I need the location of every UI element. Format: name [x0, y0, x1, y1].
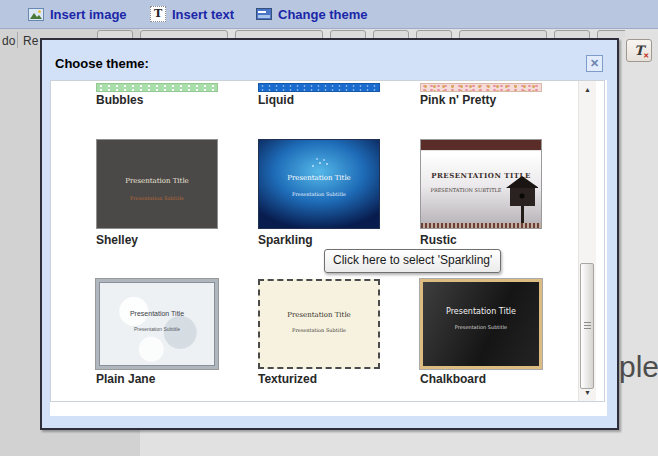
toolbar-button[interactable]	[97, 30, 133, 38]
toolbar-button[interactable]	[416, 30, 452, 38]
theme-thumbnail-rustic[interactable]: PRESENTATION TITLE PRESENTATION SUBTITLE	[420, 139, 542, 229]
theme-label-texturized: Texturized	[258, 372, 317, 386]
clear-formatting-button[interactable]: T ✕	[626, 39, 652, 62]
close-icon: ✕	[590, 57, 599, 69]
toolbar-button[interactable]	[235, 30, 323, 38]
choose-theme-dialog: Choose theme: ✕ Bubbles Liquid Pink n' P…	[40, 38, 619, 430]
scroll-up-icon[interactable]: ▲	[579, 86, 596, 93]
toolbar-button[interactable]	[459, 30, 547, 38]
theme-label-plain-jane: Plain Jane	[96, 372, 155, 386]
theme-label-pink-n-pretty: Pink n' Pretty	[420, 93, 496, 107]
theme-label-sparkling: Sparkling	[258, 233, 313, 247]
text-icon: T	[150, 6, 166, 22]
theme-thumbnail-plain-jane[interactable]: Presentation Title Presentation Subtitle	[96, 279, 218, 369]
top-toolbar: Insert image T Insert text Change theme	[0, 0, 658, 29]
change-theme-label: Change theme	[278, 7, 368, 22]
theme-thumbnail-shelley[interactable]: Presentation Title Presentation Subtitle	[96, 139, 218, 229]
thumb-subtitle: Presentation Subtitle	[99, 326, 215, 332]
background-page-text: pler	[619, 350, 658, 384]
thumb-title: Presentation Title	[260, 311, 378, 319]
birdhouse-icon	[498, 172, 538, 224]
theme-label-rustic: Rustic	[420, 233, 457, 247]
thumb-title: Presentation Title	[423, 308, 539, 316]
dialog-content-panel: Bubbles Liquid Pink n' Pretty Presentati…	[50, 80, 607, 416]
thumb-title: Presentation Title	[259, 174, 379, 182]
undo-button-fragment[interactable]: do	[2, 34, 15, 48]
theme-thumbnail-sparkling[interactable]: Presentation Title Presentation Subtitle	[258, 139, 380, 229]
insert-text-label: Insert text	[172, 7, 234, 22]
toolbar-button[interactable]	[140, 30, 228, 38]
close-button[interactable]: ✕	[586, 55, 603, 72]
theme-label-shelley: Shelley	[96, 233, 138, 247]
scrollbar-thumb[interactable]	[580, 263, 594, 389]
thumb-title: Presentation Title	[97, 177, 217, 185]
thumb-subtitle: Presentation Subtitle	[423, 324, 539, 330]
toolbar-button[interactable]	[554, 30, 590, 38]
thumb-subtitle: Presentation Subtitle	[260, 327, 378, 333]
insert-image-label: Insert image	[50, 7, 127, 22]
themes-scroll-viewport: Bubbles Liquid Pink n' Pretty Presentati…	[50, 80, 605, 402]
toolbar-button[interactable]	[330, 30, 366, 38]
theme-thumbnail-bubbles[interactable]	[96, 83, 218, 92]
theme-thumbnail-texturized[interactable]: Presentation Title Presentation Subtitle	[258, 279, 380, 369]
vertical-scrollbar[interactable]: ▲ ▼	[578, 81, 596, 401]
tooltip: Click here to select 'Sparkling'	[324, 249, 501, 273]
redo-button-fragment[interactable]: Re	[23, 34, 38, 48]
theme-label-bubbles: Bubbles	[96, 93, 143, 107]
insert-text-button[interactable]: T Insert text	[150, 0, 234, 28]
theme-thumbnail-liquid[interactable]	[258, 83, 380, 92]
insert-image-button[interactable]: Insert image	[28, 0, 127, 28]
theme-thumbnail-pink-n-pretty[interactable]	[420, 83, 542, 92]
theme-thumbnail-chalkboard[interactable]: Presentation Title Presentation Subtitle	[420, 279, 542, 369]
theme-label-chalkboard: Chalkboard	[420, 372, 486, 386]
thumb-subtitle: Presentation Subtitle	[97, 195, 217, 201]
sparkle-dots-icon	[319, 162, 321, 164]
thumb-subtitle: Presentation Subtitle	[259, 191, 379, 197]
red-x-icon: ✕	[643, 52, 649, 60]
change-theme-button[interactable]: Change theme	[256, 0, 368, 28]
image-icon	[28, 8, 44, 21]
toolbar-button[interactable]	[373, 30, 409, 38]
toolbar-divider	[17, 32, 18, 48]
app-screen: Insert image T Insert text Change theme …	[0, 0, 658, 456]
background-toolbar-buttons	[97, 30, 625, 38]
theme-icon	[256, 8, 272, 20]
dialog-title: Choose theme:	[55, 56, 149, 71]
thumb-title: Presentation Title	[99, 310, 215, 318]
undo-redo-toolbar-fragment: do Re	[0, 30, 40, 50]
scroll-down-icon[interactable]: ▼	[579, 389, 596, 396]
toolbar-button[interactable]	[597, 30, 625, 38]
theme-label-liquid: Liquid	[258, 93, 294, 107]
scrollbar-grip-icon	[584, 322, 591, 329]
